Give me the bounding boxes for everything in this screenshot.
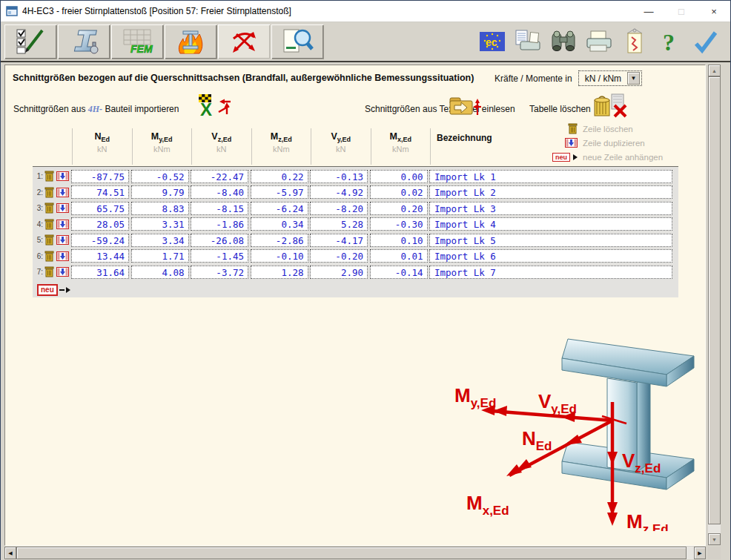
confirm-button[interactable] (689, 25, 722, 58)
value-cell[interactable]: 5.28 (310, 217, 368, 231)
scroll-down-button[interactable]: ▼ (708, 533, 721, 545)
name-cell[interactable]: Import Lk 4 (429, 217, 672, 231)
duplicate-row-button[interactable] (56, 171, 69, 181)
value-cell[interactable]: -8.40 (191, 185, 248, 199)
value-cell[interactable]: -4.17 (310, 234, 368, 247)
value-cell[interactable]: 13.44 (71, 249, 129, 263)
vertical-scrollbar[interactable]: ▲ ▼ (708, 65, 721, 545)
value-cell[interactable]: 65.75 (71, 202, 129, 215)
delete-row-button[interactable] (44, 234, 54, 246)
delete-row-button[interactable] (44, 219, 54, 230)
value-cell[interactable]: -8.15 (191, 202, 248, 215)
table-row: 5: -59.24 3.34 -26.08 -2.86 -4.17 0.10 I… (33, 232, 678, 248)
name-cell[interactable]: Import Lk 7 (429, 266, 672, 279)
value-cell[interactable]: 3.31 (131, 217, 189, 231)
delete-row-button[interactable] (44, 266, 54, 277)
scroll-left-button[interactable]: ◀ (4, 547, 16, 559)
eurocode-button[interactable]: ec (476, 25, 509, 58)
delete-row-button[interactable] (44, 187, 54, 198)
fire-design-button[interactable] (165, 24, 216, 59)
value-cell[interactable]: -87.75 (71, 170, 129, 183)
delete-row-button[interactable] (44, 202, 54, 214)
duplicate-row-button[interactable] (56, 220, 69, 229)
read-textfile-button[interactable] (449, 95, 483, 120)
value-cell[interactable]: -4.92 (310, 185, 368, 199)
value-cell[interactable]: -0.30 (370, 217, 428, 231)
maximize-button[interactable]: □ (665, 1, 698, 22)
name-cell[interactable]: Import Lk 2 (429, 185, 672, 199)
value-cell[interactable]: -0.13 (310, 170, 368, 183)
value-cell[interactable]: 0.00 (370, 170, 428, 183)
help-icon: ? (657, 28, 684, 55)
name-cell[interactable]: Import Lk 6 (429, 249, 672, 263)
value-cell[interactable]: 3.34 (131, 234, 189, 247)
value-cell[interactable]: 0.34 (251, 217, 308, 231)
duplicate-row-button[interactable] (56, 251, 69, 261)
value-cell[interactable]: 0.10 (370, 234, 428, 247)
checklist-button[interactable] (4, 24, 56, 59)
value-cell[interactable]: 1.28 (251, 266, 308, 279)
delete-row-button[interactable] (44, 171, 54, 182)
units-dropdown[interactable]: kN / kNm ▼ (578, 70, 642, 86)
value-cell[interactable]: -0.14 (370, 266, 428, 279)
name-cell[interactable]: Import Lk 5 (429, 234, 672, 247)
delete-row-button[interactable] (44, 251, 54, 262)
value-cell[interactable]: 28.05 (71, 217, 129, 231)
name-cell[interactable]: Import Lk 1 (429, 170, 672, 183)
duplicate-row-button[interactable] (56, 203, 69, 213)
svg-text:FEM: FEM (130, 43, 153, 55)
close-button[interactable]: × (698, 1, 730, 22)
search-button[interactable] (547, 25, 580, 58)
value-cell[interactable]: -0.10 (251, 249, 308, 263)
value-cell[interactable]: -8.20 (310, 202, 368, 215)
value-cell[interactable]: 2.90 (310, 266, 368, 279)
fem-button[interactable]: FEM (111, 24, 163, 59)
preview-button[interactable] (271, 24, 323, 59)
value-cell[interactable]: 8.83 (131, 202, 189, 215)
value-cell[interactable]: -22.47 (191, 170, 248, 183)
profile-button[interactable] (58, 24, 110, 59)
read-textfile-label: Schnittgrößen aus Text-Datei einlesen (365, 104, 515, 114)
value-cell[interactable]: -5.97 (251, 185, 308, 199)
value-cell[interactable]: -6.24 (251, 202, 308, 215)
value-cell[interactable]: -3.72 (191, 266, 248, 279)
value-cell[interactable]: 9.79 (131, 185, 189, 199)
trash-icon (44, 251, 54, 262)
value-cell[interactable]: 74.51 (71, 185, 129, 199)
protocol-sheet-icon (621, 28, 648, 55)
value-cell[interactable]: -2.86 (251, 234, 308, 247)
protocol-button[interactable] (618, 25, 651, 58)
value-cell[interactable]: -1.45 (191, 249, 248, 263)
value-cell[interactable]: 0.02 (370, 185, 428, 199)
horizontal-scroll-thumb[interactable] (16, 547, 687, 559)
value-cell[interactable]: -59.24 (71, 234, 129, 247)
duplicate-row-button[interactable] (56, 235, 69, 245)
scroll-up-button[interactable]: ▲ (708, 65, 721, 76)
help-button[interactable]: ? (654, 25, 687, 58)
chevron-down-icon[interactable]: ▼ (627, 72, 640, 85)
duplicate-row-button[interactable] (56, 267, 69, 277)
clear-table-button[interactable] (592, 93, 628, 122)
value-cell[interactable]: -1.86 (191, 217, 248, 231)
append-row-button[interactable]: neu (37, 284, 678, 296)
vertical-scroll-thumb[interactable] (708, 76, 721, 524)
print-settings-button[interactable] (512, 25, 544, 58)
value-cell[interactable]: 31.64 (71, 266, 129, 279)
minimize-button[interactable]: — (632, 1, 665, 22)
horizontal-scrollbar[interactable]: ◀ ▶ (4, 547, 706, 559)
value-cell[interactable]: 1.71 (131, 249, 189, 263)
value-cell[interactable]: 0.22 (251, 170, 308, 183)
duplicate-row-button[interactable] (56, 188, 69, 197)
scroll-right-button[interactable]: ▶ (694, 547, 706, 559)
import-flag-icon: X (196, 93, 232, 117)
internal-forces-button[interactable] (218, 24, 270, 59)
value-cell[interactable]: 4.08 (131, 266, 189, 279)
value-cell[interactable]: -26.08 (191, 234, 248, 247)
print-button[interactable] (583, 25, 615, 58)
value-cell[interactable]: 0.20 (370, 202, 428, 215)
value-cell[interactable]: -0.20 (310, 249, 368, 263)
import-bauteil-button[interactable]: X (196, 93, 232, 120)
value-cell[interactable]: -0.52 (131, 170, 189, 183)
name-cell[interactable]: Import Lk 3 (429, 202, 672, 215)
value-cell[interactable]: 0.01 (370, 249, 428, 263)
